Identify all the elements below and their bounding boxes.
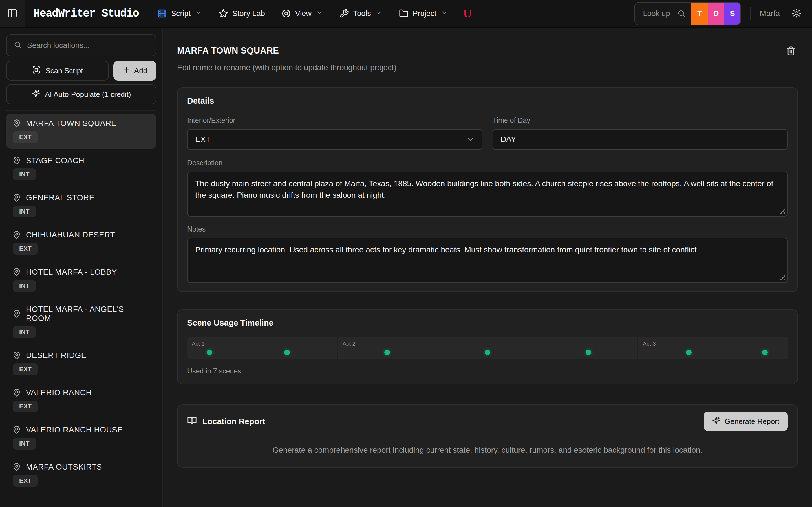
scene-usage-timeline-card: Scene Usage Timeline Act 1Act 2Act 3 Use… xyxy=(177,309,798,384)
scene-usage-dot[interactable] xyxy=(384,349,390,355)
location-name-row: DESERT RIDGE xyxy=(12,351,150,360)
quick-button-s[interactable]: S xyxy=(724,2,741,25)
sidebar-item-desert-ridge[interactable]: DESERT RIDGEEXT xyxy=(6,346,156,381)
timeline-act-1: Act 1 xyxy=(187,337,337,359)
description-field: Description The dusty main street and ce… xyxy=(187,159,788,217)
chevron-down-icon xyxy=(316,9,323,16)
main-menu: ScriptStory LabViewToolsProject xyxy=(157,9,448,18)
search-icon xyxy=(677,9,686,18)
scene-usage-dot[interactable] xyxy=(207,349,212,355)
menu-project[interactable]: Project xyxy=(399,9,448,18)
timeline-act-3: Act 3 xyxy=(638,337,788,359)
chevron-down-icon xyxy=(195,9,202,18)
menu-tools[interactable]: Tools xyxy=(340,9,383,18)
sidebar-item-valerio-ranch[interactable]: VALERIO RANCHEXT xyxy=(6,383,156,418)
location-type-badge: EXT xyxy=(13,243,38,255)
location-type-badge: INT xyxy=(13,280,36,292)
scene-usage-dot[interactable] xyxy=(485,349,490,355)
scan-script-button[interactable]: Scan Script xyxy=(6,61,109,80)
sparkles-icon xyxy=(32,89,40,98)
menu-script[interactable]: Script xyxy=(157,9,202,18)
topbar: HeadWriter Studio ScriptStory LabViewToo… xyxy=(0,0,812,27)
location-list: MARFA TOWN SQUAREEXTSTAGE COACHINTGENERA… xyxy=(6,110,156,492)
interior-exterior-select[interactable]: EXT xyxy=(187,129,483,150)
notes-field: Notes Primary recurring location. Used a… xyxy=(187,225,788,283)
generate-report-button[interactable]: Generate Report xyxy=(704,412,788,431)
menu-view[interactable]: View xyxy=(282,9,323,18)
sidebar-item-valerio-ranch-house[interactable]: VALERIO RANCH HOUSEINT xyxy=(6,420,156,455)
chevron-down-icon xyxy=(375,9,383,18)
wrench-icon xyxy=(340,9,349,18)
scene-usage-dot[interactable] xyxy=(586,349,591,355)
project-name: Marfa xyxy=(760,9,780,18)
menu-label: Tools xyxy=(353,9,371,18)
location-type-badge: INT xyxy=(13,206,36,217)
menu-label: Story Lab xyxy=(232,9,265,18)
sidebar-item-marfa-outskirts[interactable]: MARFA OUTSKIRTSEXT xyxy=(6,457,156,492)
topbar-divider xyxy=(148,7,148,20)
description-label: Description xyxy=(187,159,788,167)
add-location-button[interactable]: Add xyxy=(113,61,156,80)
map-pin-icon xyxy=(12,309,21,318)
location-search-input[interactable] xyxy=(27,41,149,50)
quick-button-t[interactable]: T xyxy=(691,2,708,25)
detail-header-text: MARFA TOWN SQUARE Edit name to rename (w… xyxy=(177,46,396,72)
location-name-row: HOTEL MARFA - LOBBY xyxy=(12,268,150,277)
plus-icon xyxy=(122,66,131,76)
location-name-row: VALERIO RANCH HOUSE xyxy=(12,425,150,434)
chevron-down-icon xyxy=(375,9,383,16)
star-icon xyxy=(218,9,228,18)
sparkles-icon xyxy=(712,416,720,425)
location-type-badge: EXT xyxy=(13,131,38,143)
location-detail-panel: MARFA TOWN SQUARE Edit name to rename (w… xyxy=(163,27,812,507)
description-textarea[interactable]: The dusty main street and central plaza … xyxy=(187,172,788,217)
sun-icon xyxy=(792,8,801,19)
location-type-badge: EXT xyxy=(13,363,38,375)
location-name-row: VALERIO RANCH xyxy=(12,388,150,397)
interior-exterior-field: Interior/Exterior EXT xyxy=(187,116,483,150)
notes-textarea[interactable]: Primary recurring location. Used across … xyxy=(187,238,788,283)
location-type-badge: INT xyxy=(13,438,36,450)
page-title: MARFA TOWN SQUARE xyxy=(177,46,396,56)
location-name-row: MARFA OUTSKIRTS xyxy=(12,462,150,471)
scene-usage-dot[interactable] xyxy=(686,349,692,355)
u-brand-icon[interactable]: U xyxy=(463,7,472,20)
chevron-down-icon xyxy=(316,9,323,18)
scene-usage-dot[interactable] xyxy=(762,349,768,355)
lookup-input[interactable] xyxy=(635,9,677,18)
sidebar-item-hotel-marfa-angel-s-room[interactable]: HOTEL MARFA - ANGEL'S ROOMINT xyxy=(6,300,156,344)
detail-header: MARFA TOWN SQUARE Edit name to rename (w… xyxy=(177,46,798,72)
location-type-badge: INT xyxy=(13,168,36,180)
theme-toggle-button[interactable] xyxy=(792,8,801,19)
sidebar-toggle-button[interactable] xyxy=(0,0,25,27)
sidebar-item-chihuahuan-desert[interactable]: CHIHUAHUAN DESERTEXT xyxy=(6,225,156,260)
sidebar-item-hotel-marfa-lobby[interactable]: HOTEL MARFA - LOBBYINT xyxy=(6,263,156,297)
location-name-row: CHIHUAHUAN DESERT xyxy=(12,230,150,239)
lookup-box: TDS xyxy=(635,2,741,25)
menu-story-lab[interactable]: Story Lab xyxy=(218,9,265,18)
time-of-day-input[interactable]: DAY xyxy=(493,129,788,150)
ai-auto-populate-button[interactable]: AI Auto-Populate (1 credit) xyxy=(6,84,156,104)
timeline-bar: Act 1Act 2Act 3 xyxy=(187,337,788,359)
delete-location-button[interactable] xyxy=(786,46,796,57)
panel-left-icon xyxy=(7,8,17,18)
sidebar-item-marfa-town-square[interactable]: MARFA TOWN SQUAREEXT xyxy=(6,114,156,149)
quick-buttons: TDS xyxy=(691,2,741,25)
act-label: Act 2 xyxy=(343,341,356,347)
trash-icon xyxy=(786,46,796,57)
location-name: HOTEL MARFA - LOBBY xyxy=(26,268,117,277)
resize-handle[interactable] xyxy=(780,275,785,280)
location-type-badge: INT xyxy=(13,326,36,338)
menu-label: Script xyxy=(171,9,191,18)
resize-handle[interactable] xyxy=(780,209,785,214)
sidebar-item-general-store[interactable]: GENERAL STOREINT xyxy=(6,188,156,223)
sun-icon xyxy=(792,8,801,18)
details-grid: Interior/Exterior EXT Time of Day DAY xyxy=(187,116,788,150)
location-name: GENERAL STORE xyxy=(26,193,94,202)
quick-button-d[interactable]: D xyxy=(708,2,724,25)
location-name: HOTEL MARFA - ANGEL'S ROOM xyxy=(26,305,150,323)
map-pin-icon xyxy=(12,231,21,239)
location-name: STAGE COACH xyxy=(26,156,84,165)
sidebar-item-stage-coach[interactable]: STAGE COACHINT xyxy=(6,151,156,186)
scene-usage-dot[interactable] xyxy=(284,349,290,355)
